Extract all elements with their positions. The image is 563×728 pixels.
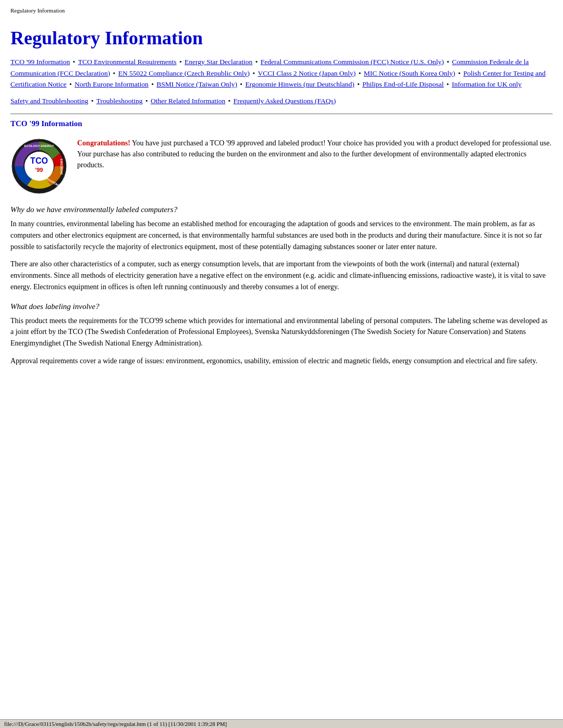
- breadcrumb: Regulatory Information: [10, 5, 553, 18]
- tco-intro-body: You have just purchased a TCO '99 approv…: [77, 139, 552, 169]
- nav-links-row2: Safety and Troubleshooting • Troubleshoo…: [10, 95, 553, 107]
- italic-heading-why: Why do we have environmentally labeled c…: [10, 205, 553, 214]
- bullet: •: [226, 97, 232, 105]
- bullet: •: [111, 69, 117, 77]
- bullet: •: [144, 97, 150, 105]
- svg-text:ECOLOGY ENERGY: ECOLOGY ENERGY: [25, 144, 54, 147]
- bullet: •: [238, 80, 244, 88]
- nav-link-bsmi[interactable]: BSMI Notice (Taiwan Only): [156, 80, 237, 88]
- page-title: Regulatory Information: [10, 27, 553, 49]
- bullet: •: [357, 69, 362, 77]
- nav-link-uk[interactable]: Information for UK only: [452, 80, 522, 88]
- nav-link-tcoenv[interactable]: TCO Environmental Requirements: [78, 58, 177, 66]
- bullet: •: [445, 80, 450, 88]
- nav-link-energystar[interactable]: Energy Star Declaration: [185, 58, 252, 66]
- nav-link-fcc[interactable]: Federal Communications Commission (FCC) …: [261, 58, 444, 66]
- nav-link-en55022[interactable]: EN 55022 Compliance (Czech Republic Only…: [118, 69, 250, 77]
- bullet: •: [356, 80, 361, 88]
- nav-link-mic[interactable]: MIC Notice (South Korea Only): [364, 69, 455, 77]
- tco-section-title: TCO '99 Information: [10, 119, 553, 128]
- nav-link-northeurope[interactable]: North Europe Information: [75, 80, 149, 88]
- bullet: •: [251, 69, 256, 77]
- svg-text:TCO: TCO: [30, 156, 48, 165]
- bullet: •: [89, 97, 95, 105]
- italic-heading-labeling: What does labeling involve?: [10, 302, 553, 311]
- bullet: •: [445, 58, 451, 66]
- nav-link-philips[interactable]: Philips End-of-Life Disposal: [362, 80, 444, 88]
- svg-text:'99: '99: [35, 167, 43, 173]
- bullet: •: [456, 69, 462, 77]
- bullet: •: [68, 80, 74, 88]
- nav-link-vcci[interactable]: VCCI Class 2 Notice (Japan Only): [258, 69, 356, 77]
- svg-text:EMISSIONS: EMISSIONS: [60, 159, 63, 175]
- nav-link-tco99[interactable]: TCO '99 Information: [10, 58, 70, 66]
- bullet: •: [253, 58, 259, 66]
- tco-intro-block: TCO '99 ECOLOGY ENERGY EMISSIONS ERGONOM…: [10, 138, 553, 195]
- nav-link-ergonomie[interactable]: Ergonomie Hinweis (nur Deutschland): [245, 80, 354, 88]
- para1: In many countries, environmental labelin…: [10, 218, 553, 252]
- para4: Approval requirements cover a wide range…: [10, 355, 553, 367]
- para3: This product meets the requirements for …: [10, 315, 553, 349]
- nav-link-other[interactable]: Other Related Information: [151, 97, 225, 105]
- nav-links-row1: TCO '99 Information • TCO Environmental …: [10, 56, 553, 90]
- tco-logo: TCO '99 ECOLOGY ENERGY EMISSIONS ERGONOM…: [10, 138, 68, 195]
- tco-congratulations: Congratulations!: [77, 139, 130, 147]
- nav-link-troubleshooting[interactable]: Troubleshooting: [96, 97, 143, 105]
- bullet: •: [150, 80, 155, 88]
- para2: There are also other characteristics of …: [10, 258, 553, 292]
- nav-link-safety[interactable]: Safety and Troubleshooting: [10, 97, 88, 105]
- nav-link-faqs[interactable]: Frequently Asked Questions (FAQs): [234, 97, 336, 105]
- tco-intro-text: Congratulations! You have just purchased…: [77, 138, 553, 170]
- bullet: •: [71, 58, 77, 66]
- bullet: •: [178, 58, 183, 66]
- section-divider: [10, 114, 553, 114]
